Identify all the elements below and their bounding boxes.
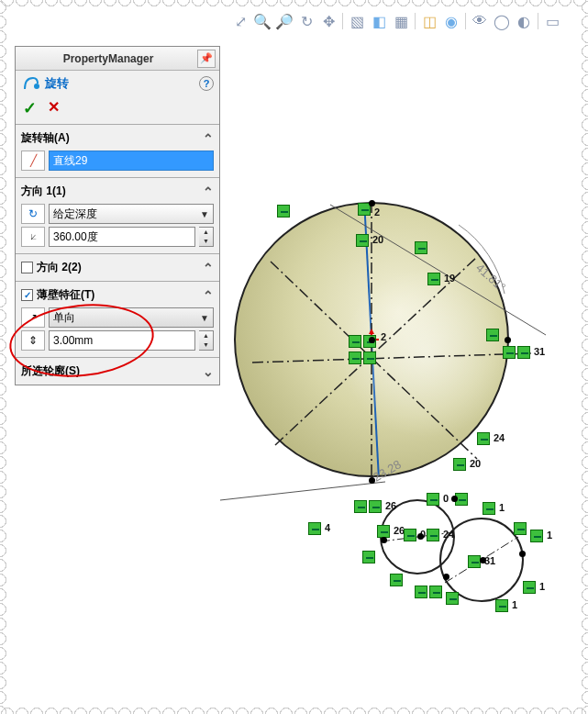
thin-direction-combo[interactable]: 单向 ▼	[49, 307, 214, 328]
constraint-tag[interactable]	[377, 525, 390, 538]
thickness-input[interactable]: 3.00mm	[49, 330, 195, 351]
constraint-tag[interactable]	[427, 493, 439, 506]
constraint-tag[interactable]	[429, 586, 442, 598]
constraint-tag[interactable]	[369, 500, 382, 513]
sketch-point[interactable]	[519, 551, 526, 557]
hidden-lines-icon[interactable]: ▦	[391, 11, 411, 31]
scene-icon[interactable]: ◐	[514, 11, 534, 31]
direction1-title: 方向 1(1)	[21, 184, 66, 199]
constraint-tag[interactable]	[503, 346, 516, 359]
sketch-point[interactable]	[417, 533, 424, 540]
pan-icon[interactable]: ✥	[318, 11, 338, 31]
constraint-tag[interactable]	[523, 581, 536, 594]
sketch-point[interactable]	[443, 574, 449, 580]
point-label: 1	[547, 530, 552, 541]
angle-icon: ⟀	[21, 227, 45, 247]
constraint-tag[interactable]	[415, 586, 427, 598]
settings-icon[interactable]: ▭	[542, 11, 562, 31]
constraint-tag[interactable]	[363, 351, 376, 364]
sketch-point[interactable]	[369, 200, 375, 206]
view-cube-icon[interactable]: ◫	[419, 11, 439, 31]
feature-row: 旋转 ?	[16, 71, 219, 96]
axis-section: 旋转轴(A) ⌃ ╱ 直线29	[16, 125, 219, 177]
dropdown-icon: ▼	[200, 209, 209, 219]
constraint-tag[interactable]	[446, 592, 459, 605]
contours-header[interactable]: 所选轮廓(S) ⌄	[21, 362, 214, 381]
constraint-tag[interactable]	[349, 335, 361, 348]
revolve-icon	[21, 73, 41, 94]
section-icon[interactable]: ▧	[347, 11, 367, 31]
constraint-tag[interactable]	[468, 555, 481, 568]
direction2-checkbox[interactable]	[21, 262, 33, 273]
constraint-tag[interactable]	[415, 241, 427, 254]
hide-show-icon[interactable]: 👁	[470, 11, 490, 31]
constraint-tag[interactable]	[362, 551, 375, 563]
contours-title: 所选轮廓(S)	[21, 363, 80, 379]
feature-name: 旋转	[45, 75, 199, 92]
zoom-icon[interactable]: 🔎	[274, 11, 294, 31]
constraint-tag[interactable]	[354, 500, 367, 513]
axis-header[interactable]: 旋转轴(A) ⌃	[21, 128, 214, 148]
chevron-up-icon: ⌃	[203, 261, 214, 275]
angle-input[interactable]: 360.00度	[49, 227, 195, 247]
constraint-tag[interactable]	[277, 205, 290, 218]
constraint-tag[interactable]	[349, 351, 361, 364]
pin-icon[interactable]: 📌	[197, 50, 216, 68]
constraint-tag[interactable]	[427, 529, 439, 541]
thin-feature-title: 薄壁特征(T)	[37, 287, 94, 303]
direction1-section: 方向 1(1) ⌃ ↻ 给定深度 ▼ ⟀ 360.00度 ▲▼	[16, 178, 219, 253]
end-condition-combo[interactable]: 给定深度 ▼	[49, 204, 214, 224]
sketch-point[interactable]	[369, 337, 375, 343]
sketch-point[interactable]	[381, 537, 387, 543]
point-label: 20	[372, 234, 383, 245]
zoom-fit-icon[interactable]: ⤢	[230, 11, 250, 31]
cancel-button[interactable]: ✕	[48, 98, 60, 118]
point-label: 19	[444, 273, 455, 284]
ok-button[interactable]: ✓	[23, 98, 37, 118]
thin-feature-header[interactable]: ✓ 薄壁特征(T) ⌃	[21, 285, 214, 305]
constraint-tag[interactable]	[427, 273, 440, 285]
direction-type-icon[interactable]: ↻	[21, 204, 45, 224]
pm-header: PropertyManager 📌	[16, 47, 219, 71]
appearance-icon[interactable]: ◯	[492, 11, 512, 31]
direction1-header[interactable]: 方向 1(1) ⌃	[21, 182, 214, 201]
point-label: 24	[494, 432, 505, 443]
constraint-tag[interactable]	[486, 329, 499, 341]
constraint-tag[interactable]	[477, 432, 490, 445]
angle-spinner[interactable]: ▲▼	[199, 227, 214, 247]
thickness-spinner[interactable]: ▲▼	[199, 330, 214, 351]
sketch-point[interactable]	[369, 477, 375, 484]
axis-selection[interactable]: 直线29	[49, 151, 214, 171]
constraint-tag[interactable]	[483, 502, 495, 515]
thin-direction-icon[interactable]: ↗	[21, 307, 45, 328]
shaded-icon[interactable]: ◉	[441, 11, 461, 31]
constraint-tag[interactable]	[530, 530, 543, 542]
constraint-tag[interactable]	[514, 522, 527, 535]
point-label: 1	[539, 581, 545, 592]
sketch-point[interactable]	[451, 496, 458, 502]
zoom-area-icon[interactable]: 🔍	[252, 11, 272, 31]
rotate-view-icon[interactable]: ↻	[296, 11, 316, 31]
constraint-tag[interactable]	[404, 529, 416, 541]
chevron-down-icon: ⌄	[203, 364, 214, 379]
constraint-tag[interactable]	[308, 522, 321, 535]
point-label: 31	[534, 346, 545, 357]
constraint-tag[interactable]	[517, 346, 530, 359]
constraint-tag[interactable]	[356, 234, 369, 247]
display-style-icon[interactable]: ◧	[369, 11, 389, 31]
viewport[interactable]: 41.81° 23.28 2 20 19 31 2 24 20 26 4 0 1	[220, 41, 577, 703]
sketch-point[interactable]	[505, 337, 511, 343]
separator	[465, 13, 466, 29]
help-icon[interactable]: ?	[199, 76, 214, 91]
constraint-tag[interactable]	[453, 458, 466, 471]
constraint-tag[interactable]	[390, 574, 403, 586]
end-condition-value: 给定深度	[53, 206, 97, 222]
thickness-icon: ⇕	[21, 330, 45, 351]
axis-slot-icon[interactable]: ╱	[21, 151, 45, 171]
dropdown-icon: ▼	[200, 313, 209, 323]
thin-feature-checkbox[interactable]: ✓	[21, 289, 33, 301]
sketch-point[interactable]	[480, 557, 486, 563]
svg-line-6	[220, 482, 385, 500]
direction2-header[interactable]: 方向 2(2) ⌃	[21, 258, 214, 277]
constraint-tag[interactable]	[495, 599, 508, 612]
